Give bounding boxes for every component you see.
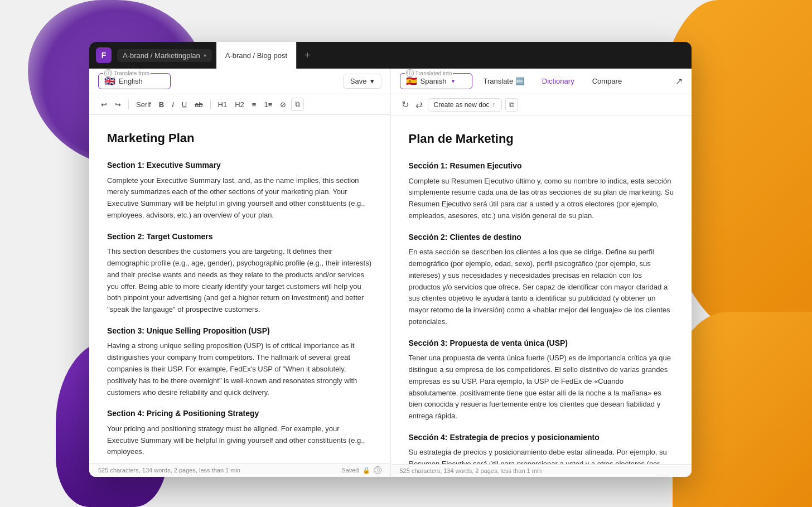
trans-section-1-text: Complete su Resumen Ejecutivo último y, … [409, 176, 674, 222]
separator [128, 99, 129, 109]
font-family-button[interactable]: Serif [133, 99, 154, 110]
format-toolbar: ↩ ↪ Serif B I U ab H1 H2 ≡ 1≡ ⊘ ⧉ [89, 94, 390, 115]
bg-orange-bottom-decoration [673, 312, 812, 507]
right-panel: ⓘ Translated into 🇪🇸 Spanish ▾ Translate… [391, 69, 692, 477]
title-bar: F A-brand / Marketingplan ▾ A-brand / Bl… [89, 42, 692, 69]
tab-bar: A-brand / Blog post + [216, 42, 318, 69]
app-window: F A-brand / Marketingplan ▾ A-brand / Bl… [89, 42, 692, 477]
trans-section-1-heading: Sección 1: Resumen Ejecutivo [409, 160, 674, 172]
save-button[interactable]: Save ▾ [343, 74, 381, 89]
info-icon: ⓘ [104, 69, 112, 77]
dictionary-button[interactable]: Dictionary [535, 74, 581, 88]
section-2-text: This section describes the customers you… [107, 246, 373, 316]
chevron-down-icon: ▾ [204, 52, 206, 59]
project-selector[interactable]: A-brand / Marketingplan ▾ [117, 49, 212, 62]
target-language-select[interactable]: ⓘ Translated into 🇪🇸 Spanish ▾ [400, 73, 472, 89]
chevron-down-icon: ▾ [370, 77, 374, 85]
translated-into-label: ⓘ Translated into [405, 69, 453, 77]
left-status-bar: 525 characters, 134 words, 2 pages, less… [89, 463, 390, 477]
underline-button[interactable]: U [179, 99, 190, 110]
add-tab-button[interactable]: + [297, 42, 318, 69]
left-toolbar: ⓘ Translate from 🇬🇧 English Save ▾ [89, 69, 390, 94]
info-icon: ⓘ [406, 69, 414, 77]
trans-section-2-text: En esta sección se describen los cliente… [409, 247, 674, 328]
create-new-label: Create as new doc [434, 101, 490, 109]
app-logo: F [96, 47, 112, 63]
source-language-flag: 🇬🇧 [104, 76, 115, 86]
refresh-button[interactable]: ↻ [400, 98, 410, 112]
target-language-name: Spanish [420, 77, 447, 85]
create-new-doc-button[interactable]: Create as new doc ↑ [428, 98, 502, 112]
source-editor[interactable]: Marketing Plan Section 1: Executive Summ… [89, 115, 390, 463]
trans-section-4-heading: Sección 4: Estrategia de precios y posic… [409, 431, 674, 443]
bullet-list-button[interactable]: ≡ [249, 99, 259, 110]
translation-editor[interactable]: Plan de Marketing Sección 1: Resumen Eje… [391, 115, 692, 464]
sync-button[interactable]: ⇄ [414, 98, 424, 112]
left-status-right: Saved 🔒 ⓘ [341, 466, 381, 474]
trans-section-3-heading: Sección 3: Propuesta de venta única (USP… [409, 337, 674, 349]
italic-button[interactable]: I [169, 99, 177, 110]
export-button[interactable]: ↗ [675, 76, 683, 86]
section-2-heading: Section 2: Target Customers [107, 230, 373, 243]
right-stats: 525 characters, 134 words, 2 pages, less… [400, 467, 542, 474]
section-1-text: Complete your Executive Summary last, an… [107, 175, 373, 221]
separator [210, 99, 211, 109]
translated-doc-title: Plan de Marketing [409, 129, 674, 148]
translate-from-label: ⓘ Translate from [103, 69, 151, 77]
numbered-list-button[interactable]: 1≡ [261, 99, 275, 110]
tab-blog-post[interactable]: A-brand / Blog post [216, 42, 297, 69]
saved-label: Saved [341, 467, 359, 474]
source-language-select[interactable]: ⓘ Translate from 🇬🇧 English [98, 73, 171, 89]
left-stats: 525 characters, 134 words, 2 pages, less… [98, 467, 240, 474]
copy-format-button[interactable]: ⧉ [291, 98, 304, 111]
undo-button[interactable]: ↩ [98, 99, 110, 110]
source-language-name: English [119, 77, 143, 85]
translate-icon: 🔤 [515, 77, 524, 85]
trans-section-4-text: Su estrategia de precios y posicionamien… [409, 447, 674, 464]
right-format-toolbar: ↻ ⇄ Create as new doc ↑ ⧉ [391, 94, 692, 115]
trans-section-3-text: Tener una propuesta de venta única fuert… [409, 353, 674, 422]
info-icon: ⓘ [374, 466, 381, 474]
copy-button[interactable]: ⧉ [505, 98, 518, 112]
content-area: ⓘ Translate from 🇬🇧 English Save ▾ ↩ ↪ [89, 69, 692, 477]
h1-button[interactable]: H1 [215, 99, 230, 110]
section-4-heading: Section 4: Pricing & Positioning Strateg… [107, 407, 373, 419]
lock-icon: 🔒 [362, 467, 370, 474]
upload-icon: ↑ [492, 101, 496, 109]
strikethrough-button[interactable]: ab [192, 99, 205, 110]
section-3-text: Having a strong unique selling propositi… [107, 340, 373, 398]
left-panel: ⓘ Translate from 🇬🇧 English Save ▾ ↩ ↪ [89, 69, 391, 477]
trans-section-2-heading: Sección 2: Clientes de destino [409, 231, 674, 243]
compare-button[interactable]: Compare [586, 74, 629, 88]
target-language-flag: 🇪🇸 [406, 76, 417, 86]
clear-format-button[interactable]: ⊘ [277, 99, 289, 110]
doc-title: Marketing Plan [107, 128, 373, 148]
translate-button[interactable]: Translate 🔤 [477, 74, 531, 88]
panels: ⓘ Translate from 🇬🇧 English Save ▾ ↩ ↪ [89, 69, 692, 477]
right-status-bar: 525 characters, 134 words, 2 pages, less… [391, 464, 692, 477]
chevron-down-icon: ▾ [452, 78, 455, 84]
section-1-heading: Section 1: Executive Summary [107, 159, 373, 171]
right-toolbar: ⓘ Translated into 🇪🇸 Spanish ▾ Translate… [391, 69, 692, 94]
h2-button[interactable]: H2 [232, 99, 247, 110]
section-4-text: Your pricing and positioning strategy mu… [107, 423, 373, 458]
bold-button[interactable]: B [156, 99, 167, 110]
redo-button[interactable]: ↪ [112, 99, 124, 110]
section-3-heading: Section 3: Unique Selling Proposition (U… [107, 325, 373, 337]
